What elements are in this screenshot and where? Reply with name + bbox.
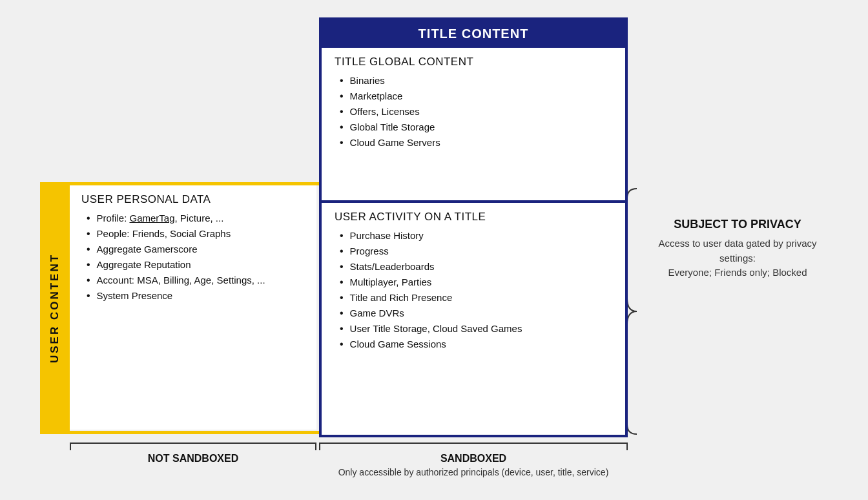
user-content-label: USER CONTENT — [40, 182, 70, 434]
user-activity-title: USER ACTIVITY ON A TITLE — [335, 211, 612, 224]
sandboxed-text: SANDBOXED — [440, 453, 506, 464]
user-personal-data-list: Profile: GamerTag, Picture, ... People: … — [81, 213, 305, 302]
diagram-container: TITLE CONTENT TITLE GLOBAL CONTENT Binar… — [21, 11, 847, 489]
list-item-multiplayer: Multiplayer, Parties — [335, 276, 612, 288]
list-item-profile: Profile: GamerTag, Picture, ... — [81, 213, 305, 224]
user-personal-data-section: USER PERSONAL DATA Profile: GamerTag, Pi… — [70, 185, 316, 430]
title-global-content-list: Binaries Marketplace Offers, Licenses Gl… — [335, 75, 612, 149]
user-personal-data-title: USER PERSONAL DATA — [81, 193, 305, 206]
not-sandboxed-label: NOT SANDBOXED — [70, 443, 316, 464]
gamertag-text: GamerTag — [129, 213, 174, 224]
not-sandboxed-bracket — [70, 443, 316, 450]
list-item-reputation: Aggregate Reputation — [81, 259, 305, 271]
list-item-cloud-game-servers: Cloud Game Servers — [335, 137, 612, 149]
list-item-account: Account: MSA, Billing, Age, Settings, ..… — [81, 275, 305, 286]
not-sandboxed-text: NOT SANDBOXED — [148, 453, 238, 464]
title-content-box: TITLE CONTENT TITLE GLOBAL CONTENT Binar… — [319, 17, 628, 437]
list-item-global-title-storage: Global Title Storage — [335, 121, 612, 133]
user-activity-section: USER ACTIVITY ON A TITLE Purchase Histor… — [322, 203, 625, 364]
sandboxed-sub-text: Only accessible by authorized principals… — [319, 467, 628, 477]
title-global-content-title: TITLE GLOBAL CONTENT — [335, 56, 612, 68]
list-item-progress: Progress — [335, 245, 612, 257]
title-global-content-section: TITLE GLOBAL CONTENT Binaries Marketplac… — [322, 48, 625, 203]
user-activity-list: Purchase History Progress Stats/Leaderbo… — [335, 230, 612, 350]
sandboxed-label: SANDBOXED Only accessible by authorized … — [319, 443, 628, 477]
list-item-purchase-history: Purchase History — [335, 230, 612, 242]
sandboxed-bracket — [319, 443, 628, 450]
list-item-system-presence: System Presence — [81, 290, 305, 302]
list-item-cloud-sessions: Cloud Game Sessions — [335, 339, 612, 350]
title-content-header: TITLE CONTENT — [322, 20, 625, 48]
privacy-title: SUBJECT TO PRIVACY — [641, 218, 834, 231]
privacy-body: Access to user data gated by privacy set… — [641, 236, 834, 266]
list-item-people: People: Friends, Social Graphs — [81, 228, 305, 240]
list-item-marketplace: Marketplace — [335, 90, 612, 102]
list-item-game-dvrs: Game DVRs — [335, 307, 612, 319]
list-item-stats: Stats/Leaderboards — [335, 261, 612, 273]
list-item-offers: Offers, Licenses — [335, 106, 612, 118]
list-item-binaries: Binaries — [335, 75, 612, 87]
list-item-title-storage: User Title Storage, Cloud Saved Games — [335, 323, 612, 335]
privacy-options: Everyone; Friends only; Blocked — [641, 266, 834, 280]
privacy-section: SUBJECT TO PRIVACY Access to user data g… — [641, 218, 834, 280]
list-item-rich-presence: Title and Rich Presence — [335, 292, 612, 304]
list-item-gamerscore: Aggregate Gamerscore — [81, 244, 305, 255]
